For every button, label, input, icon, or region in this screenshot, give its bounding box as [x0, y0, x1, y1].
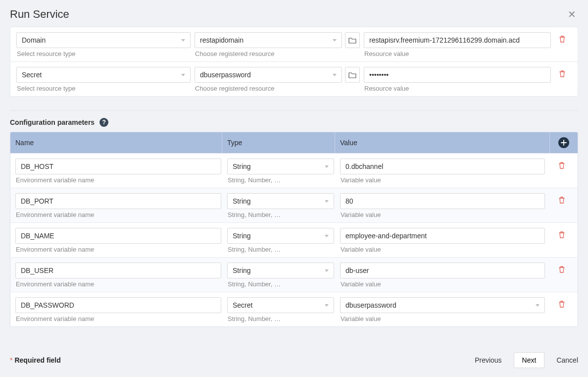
variable-type-select[interactable]: String — [227, 263, 334, 278]
registered-resource-select[interactable]: dbuserpassword — [195, 67, 342, 83]
section-title: Configuration parameters — [10, 118, 95, 126]
helper-text: Environment variable name — [15, 280, 221, 288]
folder-icon — [348, 37, 356, 44]
add-row-button[interactable] — [558, 137, 569, 148]
resource-row: Secret Select resource type dbuserpasswo… — [10, 61, 578, 96]
browse-resource-button[interactable] — [345, 32, 360, 48]
close-icon[interactable]: ✕ — [566, 9, 578, 19]
variable-type-select[interactable]: Secret — [227, 297, 334, 313]
helper-text: String, Number, … — [227, 246, 334, 253]
helper-text: Resource value — [364, 85, 551, 92]
dialog-title: Run Service — [10, 8, 69, 21]
select-value: dbuserpassword — [345, 301, 396, 309]
trash-icon[interactable] — [558, 162, 566, 169]
variable-name-input[interactable] — [15, 159, 221, 174]
variable-value-input[interactable] — [340, 193, 545, 209]
variable-name-input[interactable] — [15, 228, 221, 244]
helper-text: Variable value — [340, 315, 545, 323]
help-icon[interactable]: ? — [99, 118, 108, 127]
select-value: Domain — [22, 36, 46, 44]
helper-text: Environment variable name — [15, 246, 221, 253]
chevron-down-icon — [325, 165, 329, 168]
chevron-down-icon — [181, 74, 185, 76]
variable-value-input[interactable] — [340, 228, 545, 244]
variable-name-input[interactable] — [15, 297, 221, 313]
variable-value-input[interactable] — [340, 159, 545, 174]
table-row: Environment variable name Secret String,… — [10, 292, 578, 326]
select-value: restapidomain — [200, 36, 244, 44]
trash-icon[interactable] — [558, 70, 566, 78]
variable-type-select[interactable]: String — [227, 159, 334, 174]
variable-type-select[interactable]: String — [227, 193, 334, 209]
table-row: Environment variable name String String,… — [10, 153, 578, 188]
chevron-down-icon — [333, 39, 337, 42]
helper-text: Variable value — [340, 280, 545, 288]
helper-text: Resource value — [364, 50, 551, 57]
select-value: Secret — [22, 71, 42, 79]
required-field-note: *Required field — [10, 356, 61, 364]
chevron-down-icon — [325, 304, 329, 307]
dialog-footer: *Required field Previous Next Cancel — [0, 345, 588, 377]
helper-text: Choose registered resource — [195, 85, 360, 92]
next-button[interactable]: Next — [514, 352, 545, 368]
chevron-down-icon — [325, 269, 329, 272]
helper-text: Environment variable name — [15, 315, 221, 323]
select-value: String — [233, 197, 251, 205]
variable-name-input[interactable] — [15, 263, 221, 278]
resource-row: Domain Select resource type restapidomai… — [10, 27, 578, 61]
trash-icon[interactable] — [558, 35, 566, 43]
resource-value-input[interactable] — [364, 32, 551, 48]
chevron-down-icon — [325, 200, 329, 203]
config-table: Name Type Value Environment variable nam… — [10, 132, 578, 327]
plus-icon — [561, 140, 567, 146]
helper-text: Select resource type — [16, 85, 191, 92]
resource-type-select[interactable]: Domain — [16, 32, 191, 48]
trash-icon[interactable] — [558, 266, 566, 273]
resource-section: Domain Select resource type restapidomai… — [10, 27, 578, 97]
select-value: String — [233, 162, 251, 170]
table-header-row: Name Type Value — [10, 132, 578, 153]
helper-text: String, Number, … — [227, 176, 334, 184]
helper-text: Variable value — [340, 176, 545, 184]
helper-text: Choose registered resource — [195, 50, 360, 57]
helper-text: String, Number, … — [227, 280, 334, 288]
column-header-value: Value — [335, 132, 550, 153]
select-value: dbuserpassword — [200, 71, 251, 79]
variable-value-select[interactable]: dbuserpassword — [340, 297, 545, 313]
column-header-name: Name — [10, 132, 222, 153]
trash-icon[interactable] — [558, 300, 566, 308]
config-section-header: Configuration parameters ? — [0, 118, 588, 132]
registered-resource-select[interactable]: restapidomain — [195, 32, 342, 48]
select-value: Secret — [233, 301, 252, 309]
variable-name-input[interactable] — [15, 193, 221, 209]
cancel-button[interactable]: Cancel — [556, 356, 578, 364]
trash-icon[interactable] — [558, 196, 566, 204]
helper-text: Variable value — [340, 211, 545, 218]
helper-text: String, Number, … — [227, 315, 334, 323]
table-row: Environment variable name String String,… — [10, 257, 578, 292]
variable-value-input[interactable] — [340, 263, 545, 278]
table-row: Environment variable name String String,… — [10, 222, 578, 257]
helper-text: String, Number, … — [227, 211, 334, 218]
chevron-down-icon — [181, 39, 185, 42]
resource-type-select[interactable]: Secret — [16, 67, 191, 83]
helper-text: Environment variable name — [15, 176, 221, 184]
chevron-down-icon — [536, 304, 539, 307]
previous-button[interactable]: Previous — [475, 356, 501, 364]
select-value: String — [233, 267, 251, 274]
helper-text: Select resource type — [16, 50, 191, 57]
helper-text: Environment variable name — [15, 211, 221, 218]
dialog-header: Run Service ✕ — [0, 0, 588, 27]
table-row: Environment variable name String String,… — [10, 188, 578, 222]
asterisk-icon: * — [10, 356, 12, 364]
column-header-type: Type — [222, 132, 335, 153]
chevron-down-icon — [325, 235, 329, 237]
chevron-down-icon — [333, 74, 337, 76]
trash-icon[interactable] — [558, 231, 566, 239]
folder-icon — [348, 71, 356, 78]
section-divider — [10, 110, 578, 111]
browse-resource-button[interactable] — [345, 67, 360, 83]
variable-type-select[interactable]: String — [227, 228, 334, 244]
select-value: String — [233, 232, 251, 240]
resource-value-input[interactable] — [364, 67, 551, 83]
